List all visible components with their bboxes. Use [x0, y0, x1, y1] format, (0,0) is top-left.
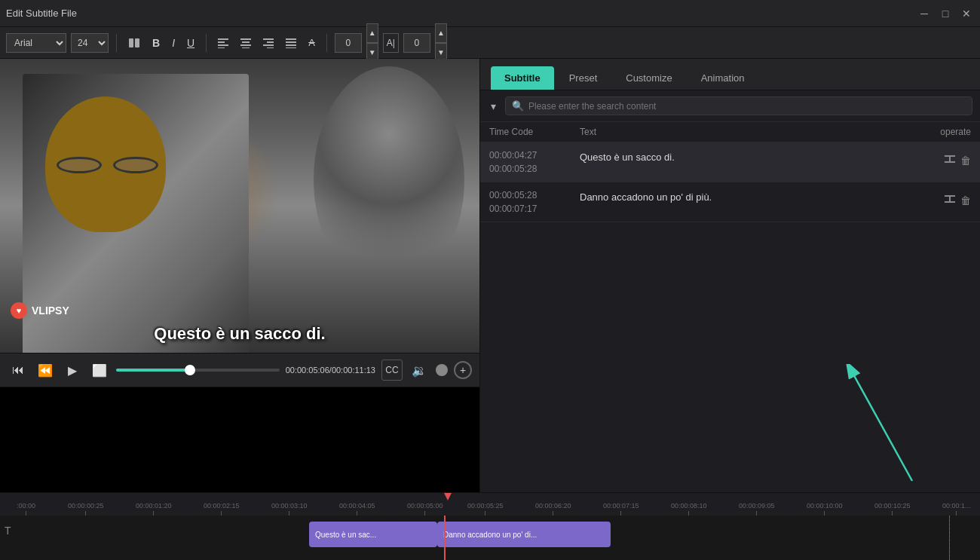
playhead[interactable]: [444, 516, 446, 560]
row-text: Questo è un sacco di.: [580, 150, 926, 163]
subtitle-row[interactable]: 00:00:04:27 00:00:05:28 Questo è un sacc…: [480, 142, 980, 182]
right-marker: [949, 516, 950, 560]
fullscreen-button[interactable]: ⬜: [89, 360, 110, 381]
minimize-button[interactable]: ─: [917, 6, 932, 21]
svg-rect-7: [242, 41, 250, 43]
vlipsy-label: VLIPSY: [32, 304, 69, 317]
video-frame: [0, 59, 479, 353]
time-display: 00:00:05:06/00:00:11:13: [286, 366, 375, 375]
spacing-input[interactable]: [403, 33, 430, 53]
playhead-line: [444, 516, 446, 560]
subtitle-clip-2[interactable]: Danno accadono un po' di...: [437, 522, 611, 547]
ruler-mark: 00:00:1...: [942, 502, 971, 516]
underline-button[interactable]: U: [183, 33, 198, 53]
video-panel: ♥ VLIPSY Questo è un sacco di. ⏮ ⏪ ▶ ⬜ 0…: [0, 59, 479, 492]
svg-rect-1: [135, 38, 139, 47]
col-timecode: Time Code: [489, 127, 580, 137]
row-end-time: 00:00:07:17: [489, 203, 580, 214]
delete-button[interactable]: 🗑: [960, 194, 971, 207]
add-marker-button[interactable]: +: [454, 361, 472, 379]
row-end-time: 00:00:05:28: [489, 164, 580, 174]
delete-button[interactable]: 🗑: [960, 155, 971, 167]
timeline-area: :00:00 00:00:00:25 00:00:01:20 00:00:02:…: [0, 492, 980, 560]
dropdown-button[interactable]: ▾: [488, 99, 499, 114]
row-text: Danno accadono un po' di più.: [580, 190, 926, 203]
step-back-button[interactable]: ⏪: [35, 360, 56, 381]
svg-rect-18: [945, 155, 955, 157]
split-button[interactable]: [944, 193, 956, 207]
align-right-button[interactable]: [259, 33, 277, 53]
skip-back-button[interactable]: ⏮: [8, 360, 29, 381]
progress-fill: [116, 369, 190, 372]
row-timecodes: 00:00:05:28 00:00:07:17: [489, 190, 580, 214]
svg-rect-13: [267, 47, 274, 48]
toolbar-separator-1: [116, 34, 117, 52]
kerning-input[interactable]: [335, 33, 362, 53]
progress-handle[interactable]: [185, 365, 195, 375]
subtitle-row[interactable]: 00:00:05:28 00:00:07:17 Danno accadono u…: [480, 182, 980, 222]
restore-button[interactable]: □: [938, 6, 953, 21]
svg-rect-20: [949, 157, 951, 161]
captions-button[interactable]: CC: [381, 360, 403, 381]
vlipsy-heart-icon: ♥: [11, 302, 27, 319]
font-size-select[interactable]: 24: [71, 33, 109, 53]
timeline-tracks: T Questo è un sac... Danno accadono un p…: [0, 516, 980, 560]
svg-rect-14: [286, 38, 296, 40]
svg-rect-9: [242, 47, 250, 48]
align-center-button[interactable]: [237, 33, 255, 53]
svg-rect-22: [945, 201, 955, 203]
ruler-mark: 00:00:03:10: [271, 502, 308, 516]
subtitle-panel: Subtitle Preset Customize Animation ▾ 🔍 …: [479, 59, 980, 492]
search-input-wrap: 🔍: [505, 96, 972, 115]
progress-bar[interactable]: [116, 369, 280, 372]
row-operations: 🗑: [926, 190, 971, 207]
subtitle-tabs: Subtitle Preset Customize Animation: [480, 59, 980, 90]
search-input[interactable]: [528, 101, 966, 112]
kerning-up[interactable]: ▲: [366, 23, 378, 43]
text-style-icon[interactable]: A|: [383, 33, 399, 53]
subtitle-search-row: ▾ 🔍: [480, 90, 980, 122]
subtitle-clip-1[interactable]: Questo è un sac...: [309, 522, 437, 547]
svg-rect-4: [218, 44, 228, 46]
row-timecodes: 00:00:04:27 00:00:05:28: [489, 150, 580, 174]
font-family-select[interactable]: Arial: [6, 33, 66, 53]
split-button[interactable]: [944, 153, 956, 167]
play-button[interactable]: ▶: [62, 360, 83, 381]
ruler-mark: 00:00:05:25: [467, 502, 504, 516]
volume-mute-button[interactable]: [436, 364, 448, 376]
svg-rect-11: [267, 41, 274, 43]
video-subtitle-overlay: Questo è un sacco di.: [0, 324, 479, 344]
close-button[interactable]: ✕: [959, 6, 974, 21]
ruler-mark: 00:00:05:00: [407, 502, 443, 516]
window-controls: ─ □ ✕: [917, 6, 974, 21]
svg-rect-19: [945, 161, 955, 163]
align-left-button[interactable]: [214, 33, 232, 53]
col-operate: operate: [911, 127, 971, 137]
align-justify-button[interactable]: [282, 33, 300, 53]
spacing-up[interactable]: ▲: [435, 23, 447, 43]
volume-button[interactable]: 🔉: [409, 360, 430, 381]
subtitle-list: 00:00:04:27 00:00:05:28 Questo è un sacc…: [480, 142, 980, 492]
main-area: ♥ VLIPSY Questo è un sacco di. ⏮ ⏪ ▶ ⬜ 0…: [0, 59, 980, 492]
svg-rect-3: [218, 41, 225, 43]
italic-button[interactable]: I: [168, 33, 179, 53]
tab-preset[interactable]: Preset: [556, 66, 611, 90]
svg-rect-5: [218, 47, 225, 48]
text-track-icon: T: [5, 525, 11, 537]
row-start-time: 00:00:05:28: [489, 190, 580, 200]
tab-customize[interactable]: Customize: [612, 66, 685, 90]
bold-button[interactable]: B: [149, 33, 164, 53]
svg-rect-21: [945, 195, 955, 197]
columns-icon[interactable]: [124, 33, 144, 53]
playhead-top-indicator: [444, 493, 452, 500]
svg-rect-17: [286, 47, 296, 48]
tab-animation[interactable]: Animation: [688, 66, 758, 90]
tab-subtitle[interactable]: Subtitle: [491, 66, 554, 90]
strikethrough-button[interactable]: A: [305, 33, 319, 53]
svg-rect-16: [286, 44, 296, 46]
toolbar-separator-2: [206, 34, 207, 52]
svg-rect-10: [263, 38, 274, 40]
svg-rect-6: [240, 38, 251, 40]
window-title: Edit Subtitle File: [6, 8, 77, 19]
ruler-mark: 00:00:06:20: [535, 502, 571, 516]
